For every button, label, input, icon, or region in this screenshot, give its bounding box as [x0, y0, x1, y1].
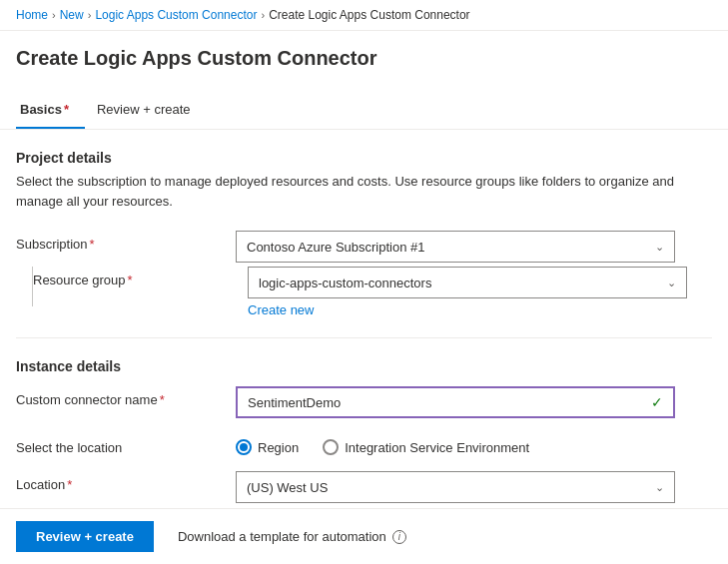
review-create-button[interactable]: Review + create	[16, 521, 154, 552]
info-icon: i	[392, 530, 406, 544]
breadcrumb: Home › New › Logic Apps Custom Connector…	[0, 0, 728, 31]
form-content: Project details Select the subscription …	[0, 130, 728, 539]
connector-name-value: SentimentDemo	[248, 395, 341, 410]
breadcrumb-sep-1: ›	[52, 9, 56, 21]
resource-group-row: Resource group* logic-apps-custom-connec…	[16, 267, 712, 317]
resource-group-chevron-icon: ⌄	[667, 277, 676, 289]
breadcrumb-new[interactable]: New	[60, 8, 84, 22]
footer: Review + create Download a template for …	[0, 508, 728, 564]
location-dropdown[interactable]: (US) West US ⌄	[236, 471, 675, 503]
subscription-label: Subscription*	[16, 231, 236, 252]
location-radio-group: Region Integration Service Environment	[236, 434, 675, 455]
tab-review-create[interactable]: Review + create	[93, 94, 207, 129]
location-chevron-icon: ⌄	[655, 481, 664, 494]
location-value: (US) West US	[247, 480, 328, 495]
project-details-title: Project details	[16, 150, 712, 166]
radio-ise-circle	[323, 439, 339, 455]
connector-name-label: Custom connector name*	[16, 386, 236, 407]
template-link[interactable]: Download a template for automation i	[178, 529, 406, 544]
connector-name-input[interactable]: SentimentDemo ✓	[236, 386, 675, 418]
breadcrumb-sep-2: ›	[88, 9, 92, 21]
location-type-label: Select the location	[16, 434, 236, 455]
radio-region[interactable]: Region	[236, 439, 299, 455]
create-new-link[interactable]: Create new	[248, 302, 687, 317]
input-check-icon: ✓	[651, 394, 663, 410]
location-type-control: Region Integration Service Environment	[236, 434, 675, 455]
connector-name-control: SentimentDemo ✓	[236, 386, 675, 418]
project-details-section: Project details Select the subscription …	[16, 150, 712, 211]
location-control: (US) West US ⌄	[236, 471, 675, 503]
tabs-container: Basics* Review + create	[0, 78, 728, 130]
location-label: Location*	[16, 471, 236, 492]
basics-required-star: *	[64, 102, 69, 117]
template-link-text: Download a template for automation	[178, 529, 386, 544]
radio-region-circle	[236, 439, 252, 455]
section-divider	[16, 337, 712, 338]
subscription-value: Contoso Azure Subscription #1	[247, 240, 425, 255]
resource-group-dropdown[interactable]: logic-apps-custom-connectors ⌄	[248, 267, 687, 298]
project-details-desc: Select the subscription to manage deploy…	[16, 172, 695, 211]
radio-ise[interactable]: Integration Service Environment	[323, 439, 529, 455]
breadcrumb-home[interactable]: Home	[16, 8, 48, 22]
resource-group-label: Resource group*	[33, 267, 253, 287]
radio-region-label: Region	[258, 440, 299, 455]
breadcrumb-sep-3: ›	[261, 9, 265, 21]
location-row: Location* (US) West US ⌄	[16, 471, 712, 503]
instance-details-section: Instance details	[16, 358, 712, 374]
subscription-dropdown[interactable]: Contoso Azure Subscription #1 ⌄	[236, 231, 675, 263]
page-title: Create Logic Apps Custom Connector	[0, 31, 728, 70]
location-type-row: Select the location Region Integration S…	[16, 434, 712, 455]
breadcrumb-current: Create Logic Apps Custom Connector	[269, 8, 469, 22]
subscription-row: Subscription* Contoso Azure Subscription…	[16, 231, 712, 263]
instance-details-title: Instance details	[16, 358, 712, 374]
tab-basics[interactable]: Basics*	[16, 94, 85, 129]
radio-ise-label: Integration Service Environment	[345, 440, 529, 455]
connector-name-row: Custom connector name* SentimentDemo ✓	[16, 386, 712, 418]
resource-group-control: logic-apps-custom-connectors ⌄ Create ne…	[248, 267, 687, 317]
subscription-control: Contoso Azure Subscription #1 ⌄	[236, 231, 675, 263]
resource-group-value: logic-apps-custom-connectors	[259, 276, 431, 290]
subscription-chevron-icon: ⌄	[655, 241, 664, 254]
breadcrumb-connector[interactable]: Logic Apps Custom Connector	[95, 8, 257, 22]
